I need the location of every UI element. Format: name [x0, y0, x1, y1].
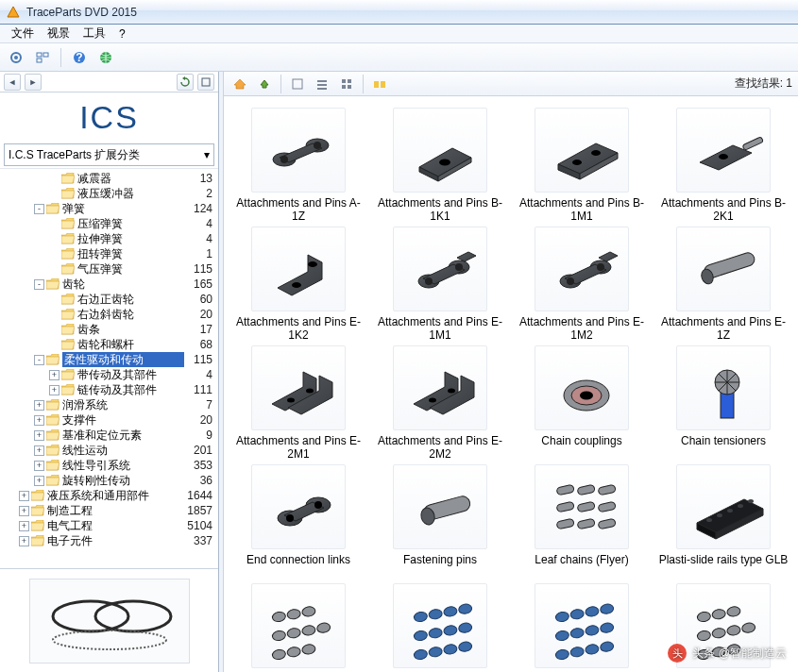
tree-item[interactable]: 齿轮和螺杆68 — [0, 337, 218, 352]
grid-item[interactable]: Attachments and Pins B-1M1 — [511, 104, 653, 223]
expand-icon[interactable]: + — [34, 430, 44, 441]
category-dropdown[interactable]: I.C.S TraceParts 扩展分类 ▾ — [4, 143, 214, 166]
tree-count: 4 — [184, 367, 212, 382]
grid-item[interactable]: Attachments and Pins E-2M1 — [228, 342, 369, 461]
tree-item[interactable]: +基准和定位元素9 — [0, 428, 218, 443]
tree-item[interactable]: +制造工程1857 — [0, 503, 218, 518]
tree-count: 7 — [184, 397, 212, 412]
tree-item[interactable]: -弹簧124 — [0, 201, 218, 216]
tree-item[interactable]: +旋转刚性传动36 — [0, 473, 218, 488]
expand-icon[interactable]: + — [19, 521, 29, 531]
up-button[interactable] — [254, 74, 275, 94]
grid-item[interactable]: Attachments and Pins E-1M2 — [511, 223, 653, 342]
tree-item[interactable]: 气压弹簧115 — [0, 261, 218, 277]
grid-item[interactable]: Attachments and Pins E-1Z — [653, 223, 794, 342]
svg-point-49 — [580, 392, 593, 400]
view-detail-button[interactable] — [336, 74, 357, 94]
grid-item[interactable]: Fastening pins — [369, 461, 511, 580]
folder-icon — [46, 429, 59, 441]
refresh-button[interactable] — [177, 74, 194, 91]
expand-icon[interactable]: + — [19, 491, 29, 501]
expand-icon[interactable]: + — [34, 445, 44, 456]
view-list-button[interactable] — [312, 74, 332, 94]
expand-icon[interactable]: + — [34, 476, 44, 486]
grid-item[interactable]: Attachments and Pins E-1M1 — [369, 223, 511, 342]
tree-item[interactable]: -柔性驱动和传动115 — [0, 352, 218, 367]
menu-tools[interactable]: 工具 — [77, 24, 111, 43]
tree-item[interactable]: +支撑件20 — [0, 412, 218, 428]
expand-icon[interactable]: + — [49, 385, 59, 395]
expand-icon[interactable]: + — [19, 506, 29, 516]
grid-item[interactable]: Attachments and Pins B-1K1 — [369, 104, 511, 223]
tree-item[interactable]: 液压缓冲器2 — [0, 186, 218, 201]
tree-item[interactable]: +液压系统和通用部件1644 — [0, 488, 218, 503]
tree-item[interactable]: 右边斜齿轮20 — [0, 307, 218, 322]
grid-item[interactable]: End connection links — [228, 461, 369, 580]
tree-count: 36 — [184, 473, 212, 488]
menu-help[interactable]: ? — [113, 25, 131, 42]
tree-item[interactable]: +线性运动201 — [0, 443, 218, 458]
grid-item[interactable]: Chain couplings — [511, 342, 653, 461]
view-large-button[interactable] — [287, 74, 308, 94]
tree-item[interactable]: 减震器13 — [0, 171, 218, 186]
tree-item[interactable]: 右边正齿轮60 — [0, 292, 218, 307]
grid-item[interactable]: Precision roller-chain DIN 818 — [653, 580, 794, 672]
settings-button[interactable] — [6, 47, 26, 68]
collapse-icon[interactable]: - — [34, 204, 44, 214]
svg-rect-3 — [43, 53, 48, 57]
svg-point-76 — [272, 611, 287, 622]
menu-file[interactable]: 文件 — [6, 24, 40, 43]
grid-item[interactable]: Attachments and Pins B-2K1 — [653, 104, 794, 223]
tree-item[interactable]: 拉伸弹簧4 — [0, 231, 218, 246]
tree-item[interactable]: 扭转弹簧1 — [0, 246, 218, 261]
folder-icon — [61, 384, 75, 395]
grid-item[interactable]: Attachments and Pins E-2M2 — [369, 342, 511, 461]
results-label: 查找结果: 1 — [735, 76, 792, 92]
tree-item[interactable]: +电气工程5104 — [0, 518, 218, 533]
web-button[interactable] — [95, 47, 116, 68]
svg-point-102 — [555, 630, 570, 641]
menu-view[interactable]: 视景 — [42, 24, 76, 43]
grid-item[interactable]: Precision roller-chain Delta — [369, 580, 511, 672]
tree-item[interactable]: 齿条17 — [0, 322, 218, 337]
collapse-button[interactable] — [197, 74, 214, 91]
tree-count: 20 — [184, 412, 212, 428]
spacer — [49, 294, 59, 305]
svg-point-74 — [738, 504, 743, 508]
svg-point-46 — [448, 389, 455, 394]
tree-item[interactable]: +线性导引系统353 — [0, 458, 218, 473]
tree-item[interactable]: +链传动及其部件111 — [0, 382, 218, 397]
expand-icon[interactable]: + — [34, 400, 44, 411]
expand-icon[interactable]: + — [34, 415, 44, 426]
tree-item[interactable]: +带传动及其部件4 — [0, 367, 218, 382]
tree-item[interactable]: +润滑系统7 — [0, 397, 218, 412]
compare-button[interactable] — [369, 74, 390, 94]
nav-fwd-button[interactable]: ► — [25, 74, 42, 91]
folder-icon — [61, 294, 75, 305]
category-tree[interactable]: 减震器13液压缓冲器2-弹簧124压缩弹簧4拉伸弹簧4扭转弹簧1气压弹簧115-… — [0, 168, 218, 568]
grid-item[interactable]: Precision roller-chain ANSI — [228, 580, 369, 672]
grid-item[interactable]: Leaf chains (Flyer) — [511, 461, 653, 580]
help-button[interactable]: ? — [69, 47, 90, 68]
expand-icon[interactable]: + — [49, 370, 59, 380]
expand-icon[interactable]: + — [34, 461, 44, 471]
thumbnail — [535, 345, 629, 430]
grid-item[interactable]: Attachments and Pins E-1K2 — [228, 223, 369, 342]
tree-item[interactable]: 压缩弹簧4 — [0, 216, 218, 231]
layout-button[interactable] — [32, 47, 53, 68]
nav-back-button[interactable]: ◄ — [4, 74, 21, 91]
grid-item[interactable]: Precision roller-chain Delta — [511, 580, 653, 672]
collapse-icon[interactable]: - — [34, 279, 44, 290]
thumbnail — [535, 227, 629, 311]
svg-point-80 — [286, 628, 301, 639]
home-button[interactable] — [229, 74, 250, 94]
expand-icon[interactable]: + — [19, 536, 29, 546]
tree-item[interactable]: -齿轮165 — [0, 277, 218, 292]
folder-icon — [61, 173, 75, 184]
grid-item[interactable]: Chain tensioners — [653, 342, 794, 461]
grid-item[interactable]: Plasti-slide rails type GLB — [653, 461, 794, 580]
svg-point-26 — [439, 160, 450, 166]
tree-item[interactable]: +电子元件337 — [0, 533, 218, 548]
collapse-icon[interactable]: - — [34, 355, 44, 365]
grid-item[interactable]: Attachments and Pins A-1Z — [228, 104, 369, 223]
